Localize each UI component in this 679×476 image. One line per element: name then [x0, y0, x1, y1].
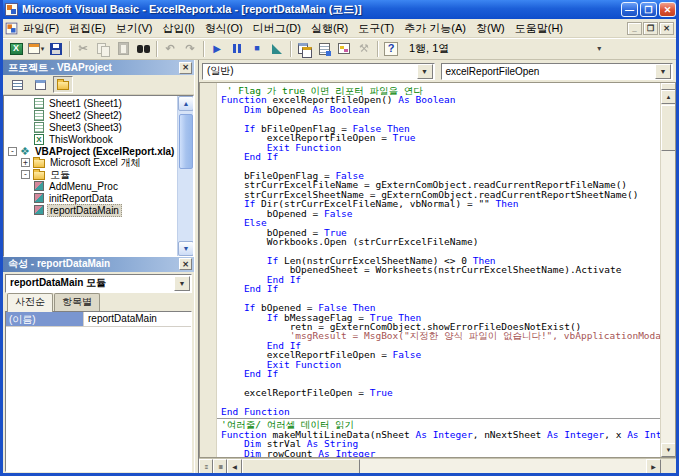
tree-item[interactable]: Sheet1 (Sheet1): [4, 98, 177, 110]
view-excel-button[interactable]: X: [6, 40, 26, 58]
code-editor[interactable]: ' Flag 가 true 이면 리포터 파일을 연다Function exce…: [199, 82, 676, 458]
properties-object-selector[interactable]: reportDataMain 모듈 ▼: [5, 274, 192, 293]
tree-expander[interactable]: -: [8, 147, 17, 156]
mdi-restore-button[interactable]: ❐: [643, 22, 658, 35]
menu-item[interactable]: 편집(E): [64, 19, 111, 38]
code-line: Workbooks.Open (strCurrExcelFileName): [221, 237, 660, 246]
tree-expander[interactable]: -: [21, 170, 30, 179]
maximize-button[interactable]: ❐: [640, 2, 657, 17]
insert-userform-button[interactable]: ▾: [26, 40, 46, 58]
workbook-icon: X: [34, 134, 44, 145]
undo-button[interactable]: ↶: [160, 40, 180, 58]
tree-item[interactable]: initReportData: [4, 192, 177, 204]
mdi-minimize-button[interactable]: _: [627, 22, 642, 35]
minimize-button[interactable]: —: [621, 2, 638, 17]
menu-item[interactable]: 보기(V): [111, 19, 158, 38]
project-tree-scrollbar[interactable]: ▲ ▼: [177, 96, 193, 256]
tree-item[interactable]: XThisWorkbook: [4, 133, 177, 145]
properties-window-icon: [319, 43, 330, 55]
run-button[interactable]: ▶: [207, 40, 227, 58]
toolbox-button[interactable]: ⚒: [354, 40, 374, 58]
menu-item[interactable]: 도움말(H): [510, 19, 568, 38]
find-button[interactable]: [133, 40, 153, 58]
full-module-view-button[interactable]: ≣: [213, 459, 227, 474]
tree-expander[interactable]: +: [21, 158, 30, 167]
module-icon: [34, 205, 44, 215]
code-vertical-scrollbar[interactable]: ▲ ▼: [660, 83, 675, 457]
scrollbar-thumb[interactable]: [661, 105, 676, 151]
view-code-button[interactable]: [7, 76, 27, 93]
scroll-right-icon[interactable]: ▶: [646, 459, 661, 474]
property-row[interactable]: (이름) reportDataMain: [6, 312, 191, 327]
project-panel-close-icon[interactable]: ✕: [179, 62, 192, 74]
object-browser-icon: [338, 43, 350, 54]
chevron-down-icon[interactable]: ▼: [655, 64, 671, 79]
selected-object-label: reportDataMain 모듈: [6, 276, 174, 290]
menu-item[interactable]: 추가 기능(A): [399, 19, 471, 38]
tree-item[interactable]: Sheet3 (Sheet3): [4, 122, 177, 134]
toolbar-separator: [290, 41, 291, 57]
menu-item[interactable]: 파일(F): [18, 19, 64, 38]
object-browser-button[interactable]: [334, 40, 354, 58]
scroll-down-icon[interactable]: ▼: [661, 443, 676, 457]
redo-button[interactable]: ↷: [180, 40, 200, 58]
project-icon: ❖: [20, 145, 30, 158]
property-value[interactable]: reportDataMain: [84, 312, 191, 326]
tree-item[interactable]: +Microsoft Excel 개체: [4, 157, 177, 169]
menu-item[interactable]: 실행(R): [306, 19, 353, 38]
scroll-up-icon[interactable]: ▲: [661, 90, 676, 104]
folder-open-icon: [33, 171, 45, 180]
properties-tabs: 사전순 항목별: [3, 294, 194, 311]
paste-button[interactable]: [113, 40, 133, 58]
procedure-view-button[interactable]: ≡: [199, 459, 213, 474]
scrollbar-track[interactable]: [360, 459, 646, 474]
object-dropdown-value: (일반): [203, 64, 417, 78]
project-explorer-button[interactable]: [294, 40, 314, 58]
dropdown-caret-icon[interactable]: ▾: [41, 45, 45, 53]
reset-button[interactable]: ■: [247, 40, 267, 58]
save-button[interactable]: [46, 40, 66, 58]
tree-item[interactable]: AddMenu_Proc: [4, 181, 177, 193]
procedure-dropdown-value: excelReportFileOpen: [442, 66, 656, 77]
break-button[interactable]: [227, 40, 247, 58]
tree-item[interactable]: -모듈: [4, 169, 177, 181]
split-handle[interactable]: [661, 83, 676, 90]
scroll-left-icon[interactable]: ◀: [227, 459, 242, 474]
code-content[interactable]: ' Flag 가 true 이면 리포터 파일을 연다Function exce…: [217, 83, 660, 457]
menu-item[interactable]: 디버그(D): [248, 19, 306, 38]
menu-item[interactable]: 삽입(I): [157, 19, 199, 38]
chevron-down-icon[interactable]: ▼: [417, 64, 433, 79]
tab-categorized[interactable]: 항목별: [54, 293, 100, 311]
menu-item[interactable]: 도구(T): [353, 19, 399, 38]
toolbar-options-icon[interactable]: ▾: [597, 44, 601, 53]
scroll-up-icon[interactable]: ▲: [178, 96, 194, 111]
mdi-child-icon: [6, 22, 18, 34]
help-button[interactable]: ?: [381, 40, 401, 58]
scrollbar-thumb[interactable]: [179, 114, 193, 169]
tree-item-label: ThisWorkbook: [47, 134, 115, 145]
object-dropdown[interactable]: (일반) ▼: [202, 63, 435, 80]
cut-button[interactable]: ✂: [73, 40, 93, 58]
toolbar-separator: [69, 41, 70, 57]
procedure-dropdown[interactable]: excelReportFileOpen ▼: [441, 63, 674, 80]
chevron-down-icon[interactable]: ▼: [174, 276, 190, 291]
tab-alphabetical[interactable]: 사전순: [7, 293, 53, 312]
code-line: End If: [221, 152, 660, 161]
scroll-down-icon[interactable]: ▼: [178, 241, 194, 256]
design-mode-button[interactable]: [267, 40, 287, 58]
menu-item[interactable]: 창(W): [471, 19, 510, 38]
scrollbar-thumb[interactable]: [242, 459, 360, 474]
project-panel-caption: 프로젝트 - VBAProject ✕: [3, 60, 194, 75]
tree-item-label: 모듈: [48, 168, 72, 182]
tree-item[interactable]: Sheet2 (Sheet2): [4, 110, 177, 122]
properties-panel-close-icon[interactable]: ✕: [179, 258, 192, 270]
toggle-folders-button[interactable]: [53, 76, 73, 93]
property-name: (이름): [6, 312, 84, 326]
copy-button[interactable]: [93, 40, 113, 58]
properties-window-button[interactable]: [314, 40, 334, 58]
menu-item[interactable]: 형식(O): [200, 19, 248, 38]
tree-item[interactable]: reportDataMain: [4, 204, 177, 216]
view-object-button[interactable]: [30, 76, 50, 93]
mdi-close-button[interactable]: ✕: [659, 22, 674, 35]
close-button[interactable]: ✕: [659, 2, 676, 17]
